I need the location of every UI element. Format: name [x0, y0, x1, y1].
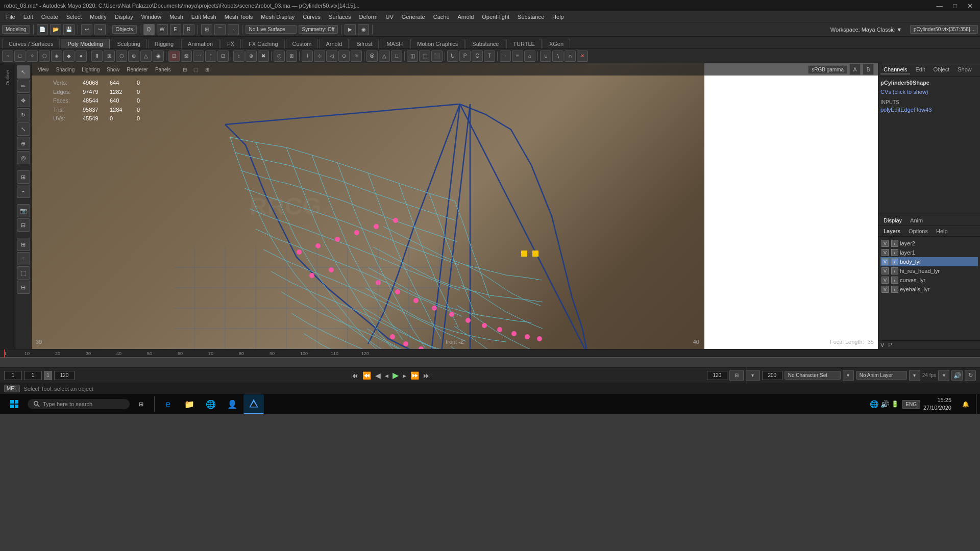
tool-extrude[interactable]: ⬆ [91, 51, 103, 62]
tool-collapse[interactable]: ⊛ [246, 51, 257, 62]
tab-bifrost[interactable]: Bifrost [350, 39, 379, 48]
layer-row-eyeballs-lyr[interactable]: V / eyeballs_lyr [880, 285, 978, 294]
tab-custom[interactable]: Custom [286, 39, 318, 48]
maya-btn[interactable] [243, 394, 264, 414]
tool-insert-edge-loop[interactable]: ⋯ [193, 51, 204, 62]
vp-btn-a[interactable]: A [849, 64, 861, 75]
object-info-btn[interactable]: pCylinder50.vtx[357:358]... [910, 25, 978, 34]
panel-tab-channels[interactable]: Channels [880, 65, 910, 74]
select-tool-btn[interactable]: Q [143, 24, 155, 35]
speaker-icon[interactable]: 🔊 [880, 400, 889, 408]
tool-transfer[interactable]: T [484, 51, 495, 62]
layer-vis-layer1[interactable]: V [881, 249, 889, 256]
vp-menu-renderer[interactable]: Renderer [125, 66, 150, 73]
step-fwd-btn[interactable]: ▸ [402, 371, 407, 380]
maximize-btn[interactable]: □ [950, 2, 960, 10]
fps-options-btn[interactable]: ▾ [938, 370, 949, 381]
menu-file[interactable]: File [2, 13, 19, 21]
tool-boolean-union[interactable]: ∪ [540, 51, 551, 62]
tool-delete-edge[interactable]: ✖ [258, 51, 269, 62]
tool-circularize[interactable]: ⊙ [338, 51, 350, 62]
frame-end2-input[interactable] [707, 371, 727, 380]
display-tab[interactable]: Display [880, 216, 905, 224]
menu-generate[interactable]: Generate [398, 13, 429, 21]
layer-vis-eyeballs[interactable]: V [881, 286, 889, 293]
frames-left[interactable]: ⬚ [17, 266, 30, 280]
vp-menu-panels[interactable]: Panels [153, 66, 173, 73]
rotate-tool-btn[interactable]: E [170, 24, 181, 35]
tool-poke[interactable]: ⊹ [314, 51, 325, 62]
gamma-select[interactable]: sRGB gamma [808, 65, 847, 74]
audio-btn[interactable]: 🔊 [951, 370, 963, 381]
tool-loop-cut[interactable]: ⊟ [168, 51, 180, 62]
tool-crease-edge[interactable]: ⌇ [302, 51, 313, 62]
tool-shaded[interactable]: ⬛ [431, 51, 443, 62]
camera-tool-left[interactable]: 📷 [17, 204, 30, 217]
layer-row-hi-res[interactable]: V / hi_res_head_lyr [880, 266, 978, 276]
tool-append-polygon[interactable]: △ [140, 51, 152, 62]
layers-left[interactable]: ⊟ [17, 281, 30, 294]
tool-snap-verts[interactable]: · [500, 51, 511, 62]
anim-tab[interactable]: Anim [907, 216, 926, 224]
tool-paint-select[interactable]: ⬡ [39, 51, 50, 62]
menu-mesh[interactable]: Mesh [165, 13, 187, 21]
ipr-btn[interactable]: ◉ [358, 24, 369, 35]
move-tool-left[interactable]: ✥ [17, 94, 30, 107]
panel-tab-show[interactable]: Show [954, 65, 975, 74]
vp-icon3[interactable]: ⊞ [203, 65, 212, 74]
frame-end-input[interactable] [54, 371, 75, 380]
tab-poly-modeling[interactable]: Poly Modeling [61, 39, 109, 48]
node-name[interactable]: polyEditEdgeFlow43 [880, 106, 978, 113]
tool-symmetry[interactable]: ⊞ [286, 51, 297, 62]
network-icon[interactable]: 🌐 [870, 400, 878, 408]
modeling-mode-btn[interactable]: Modeling [2, 25, 30, 34]
undo-btn[interactable]: ↩ [81, 24, 92, 35]
menu-substance[interactable]: Substance [513, 13, 548, 21]
layer-vis-hi-res[interactable]: V [881, 267, 889, 274]
layer-vis-layer2[interactable]: V [881, 240, 889, 247]
select-tool-left[interactable]: ↖ [17, 65, 30, 79]
tool-xray[interactable]: ◫ [407, 51, 418, 62]
objects-btn[interactable]: Objects [112, 25, 137, 34]
menu-select[interactable]: Select [62, 13, 86, 21]
edge-btn[interactable]: e [158, 394, 178, 414]
layer-row-curves-lyr[interactable]: V / curves_lyr [880, 276, 978, 285]
menu-mesh-display[interactable]: Mesh Display [257, 13, 299, 21]
menu-edit[interactable]: Edit [19, 13, 37, 21]
vp-menu-show[interactable]: Show [105, 66, 121, 73]
notification-btn[interactable]: 🔔 [959, 394, 973, 414]
tool-match-topology[interactable]: ≡ [512, 51, 523, 62]
tool-wedge[interactable]: ◁ [326, 51, 337, 62]
menu-arnold[interactable]: Arnold [454, 13, 478, 21]
tool-circle-select[interactable]: ○ [2, 51, 13, 62]
no-live-surface-btn[interactable]: No Live Surface [246, 25, 297, 34]
show-desktop-btn[interactable] [976, 394, 978, 414]
tool-split-polygon[interactable]: ⊠ [181, 51, 192, 62]
menu-openflight[interactable]: OpenFlight [478, 13, 513, 21]
tool-boolean-diff[interactable]: ∖ [552, 51, 564, 62]
tool-bevel[interactable]: ⬡ [116, 51, 127, 62]
tool-lasso-select[interactable]: ✧ [27, 51, 38, 62]
tab-sculpting[interactable]: Sculpting [111, 39, 147, 48]
tab-curves-surfaces[interactable]: Curves / Surfaces [2, 39, 60, 48]
no-character-set-btn[interactable]: No Character Set [785, 371, 841, 380]
panel-tab-edit[interactable]: Edit [912, 65, 928, 74]
tool-sphere[interactable]: ● [76, 51, 87, 62]
tab-turtle[interactable]: TURTLE [506, 39, 542, 48]
vp-btn-b[interactable]: B [863, 64, 874, 75]
tool-bridge[interactable]: ⊞ [104, 51, 115, 62]
rotate-tool-left[interactable]: ↻ [17, 108, 30, 121]
pan-zoom-left[interactable]: ⊟ [17, 218, 30, 232]
tool-triangulate[interactable]: △ [379, 51, 390, 62]
vp-icon1[interactable]: ⊟ [180, 65, 189, 74]
tool-relax[interactable]: ≋ [351, 51, 362, 62]
layer-row-layer1[interactable]: V / layer1 [880, 248, 978, 257]
tab-fx[interactable]: FX [220, 39, 241, 48]
tool-diamond[interactable]: ◆ [63, 51, 75, 62]
explorer-btn[interactable]: 📁 [179, 394, 200, 414]
snap-grid-btn[interactable]: ⊞ [201, 24, 212, 35]
menu-cache[interactable]: Cache [429, 13, 454, 21]
playback-range-btn[interactable]: ⊟ [729, 370, 744, 381]
start-btn[interactable] [2, 394, 27, 414]
list-left[interactable]: ≡ [17, 252, 30, 265]
